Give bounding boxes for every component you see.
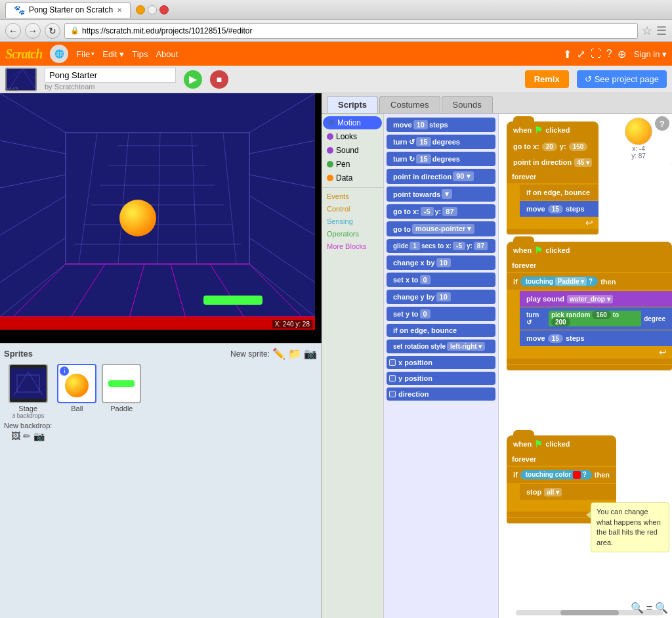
block-turn-ccw[interactable]: turn ↺ 15 degrees	[387, 135, 495, 149]
help-button[interactable]: ?	[655, 116, 669, 131]
block-x-position[interactable]: x position	[387, 356, 495, 369]
stage-canvas[interactable]: X: 240 y: 28	[0, 93, 315, 330]
block-direction[interactable]: direction	[387, 387, 495, 401]
see-project-btn[interactable]: ↺ See project page	[577, 70, 667, 88]
hat-label-1[interactable]: when ⚑ clicked	[507, 121, 598, 139]
block-change-y[interactable]: change y by 10	[387, 290, 495, 304]
tab-sounds[interactable]: Sounds	[442, 96, 493, 113]
block-set-y[interactable]: set y to 0	[387, 307, 495, 321]
hat-label-2[interactable]: when ⚑ clicked	[507, 242, 672, 259]
tab-costumes[interactable]: Costumes	[379, 96, 440, 113]
block-y-position[interactable]: y position	[387, 372, 495, 385]
hat-block-2[interactable]: when ⚑ clicked	[507, 242, 672, 259]
forward-btn[interactable]: →	[25, 23, 41, 39]
editor-tabs: Scripts Costumes Sounds	[322, 93, 672, 114]
block-change-x[interactable]: change x by 10	[387, 255, 495, 270]
nav-tips[interactable]: Tips	[132, 49, 148, 59]
green-flag-btn[interactable]: ▶	[184, 70, 202, 89]
category-sound[interactable]: Sound	[322, 144, 383, 157]
address-bar[interactable]: 🔒 https://scratch.mit.edu/projects/10128…	[64, 23, 638, 39]
stop-all-block[interactable]: stop all ▾	[520, 484, 616, 500]
close-btn[interactable]	[159, 5, 169, 14]
category-data[interactable]: Data	[322, 171, 383, 185]
svg-rect-40	[0, 317, 315, 330]
category-more-blocks[interactable]: More Blocks	[322, 240, 383, 252]
sprite-item-paddle[interactable]: Paddle	[102, 364, 141, 441]
hat-block-3[interactable]: when ⚑ clicked	[507, 435, 616, 452]
new-sprite-area: New sprite: ✏️ 📁 📷	[230, 347, 317, 360]
upload-sprite-icon[interactable]: 📁	[288, 347, 301, 360]
edge-bounce-block[interactable]: if on edge, bounce	[520, 185, 598, 200]
browser-tab[interactable]: 🐾 Pong Starter on Scratch ✕	[5, 2, 131, 18]
block-point-towards[interactable]: point towards ▾	[387, 187, 495, 202]
block-glide[interactable]: glide 1 secs to x: -5 y: 87	[387, 239, 495, 253]
x-pos-checkbox[interactable]	[389, 359, 396, 366]
category-looks[interactable]: Looks	[322, 130, 383, 143]
block-point-direction[interactable]: point in direction 90 ▾	[387, 169, 495, 184]
dir-checkbox[interactable]	[389, 391, 396, 397]
category-motion[interactable]: Motion	[323, 116, 382, 129]
refresh-btn[interactable]: ↻	[45, 23, 60, 39]
forever-arrow-1: ↩	[520, 217, 598, 228]
hat-block-1[interactable]: when ⚑ clicked	[507, 121, 598, 139]
upload-backdrop-icon[interactable]: ✏	[23, 431, 31, 441]
camera-backdrop-icon[interactable]: 📷	[33, 431, 45, 441]
tab-scripts[interactable]: Scripts	[327, 96, 378, 113]
turn-random-block[interactable]: turn ↺ pick random 160 to 200 degree	[520, 307, 672, 330]
zoom-out-icon[interactable]: 🔍	[655, 602, 668, 614]
sprite-item-ball[interactable]: i Ball	[57, 364, 96, 441]
project-name-input[interactable]	[45, 68, 176, 83]
move15-block-2[interactable]: move 15 steps	[520, 330, 672, 346]
paint-backdrop-icon[interactable]: 🖼	[11, 431, 20, 441]
category-events[interactable]: Events	[322, 190, 383, 202]
back-btn[interactable]: ←	[5, 23, 21, 39]
zoom-in-icon[interactable]: 🔍	[631, 602, 644, 614]
remix-btn[interactable]: Remix	[525, 70, 569, 88]
goto-xy-block[interactable]: go to x: 20 y: 150	[507, 139, 598, 154]
block-turn-cw[interactable]: turn ↻ 15 degrees	[387, 152, 495, 166]
hat-label-3[interactable]: when ⚑ clicked	[507, 435, 616, 452]
block-if-on-edge[interactable]: if on edge, bounce	[387, 324, 495, 337]
sprite-item-stage[interactable]: Stage 3 backdrops New backdrop: 🖼 ✏ 📷	[4, 364, 52, 441]
block-goto-mousepointer[interactable]: go to mouse-pointer ▾	[387, 221, 495, 236]
maximize-btn[interactable]	[148, 5, 157, 14]
point-dir-block[interactable]: point in direction 45 ▾	[507, 154, 598, 170]
script-workspace[interactable]: x: -4 y: 87 ? when ⚑ clicked go to	[499, 114, 672, 618]
play-sound-block[interactable]: play sound water_drop ▾	[520, 291, 672, 307]
category-pen[interactable]: Pen	[322, 158, 383, 171]
upload-icon[interactable]: ⬆	[563, 48, 572, 60]
zoom-reset-icon[interactable]: =	[646, 602, 652, 614]
category-control[interactable]: Control	[322, 203, 383, 215]
block-move-steps[interactable]: move 10 steps	[387, 118, 495, 132]
nav-file[interactable]: File ▾	[76, 49, 94, 59]
workspace-scrollbar-thumb[interactable]	[560, 610, 620, 615]
move15-block-1[interactable]: move 15 steps	[520, 201, 598, 217]
block-rotation-style[interactable]: set rotation style left-right ▾	[387, 340, 495, 353]
y-pos-checkbox[interactable]	[389, 375, 396, 382]
globe-icon[interactable]: 🌐	[50, 45, 68, 63]
sprites-label: Sprites	[4, 349, 33, 359]
if-touching-paddle[interactable]: if touching Paddle ▾ ? then play sound w…	[507, 273, 672, 364]
category-operators[interactable]: Operators	[322, 228, 383, 240]
menu-btn[interactable]: ☰	[656, 24, 667, 38]
minimize-btn[interactable]	[136, 5, 145, 14]
coord-x: x: -4	[632, 145, 644, 152]
tab-close[interactable]: ✕	[117, 7, 122, 14]
category-sensing[interactable]: Sensing	[322, 215, 383, 227]
nav-about[interactable]: About	[156, 49, 178, 59]
project-info: by Scratchteam	[45, 68, 176, 91]
present-icon[interactable]: ⛶	[591, 48, 601, 60]
help-icon[interactable]: ?	[606, 48, 612, 60]
stop-btn[interactable]: ■	[210, 70, 228, 89]
block-set-x[interactable]: set x to 0	[387, 273, 495, 287]
sign-in-btn[interactable]: Sign in ▾	[634, 49, 667, 59]
forever-block-2[interactable]: forever if touching Paddle ▾ ? then play…	[507, 259, 672, 370]
camera-sprite-icon[interactable]: 📷	[304, 347, 317, 360]
nav-edit[interactable]: Edit ▾	[102, 49, 124, 59]
forever-block-1[interactable]: forever if on edge, bounce move 15 steps…	[507, 170, 598, 234]
version-label: v443	[5, 86, 18, 93]
fullscreen-expand-icon[interactable]: ⤢	[577, 48, 585, 60]
paint-sprite-icon[interactable]: ✏️	[272, 347, 285, 360]
block-goto-xy[interactable]: go to x: -5 y: 87	[387, 204, 495, 219]
bookmark-btn[interactable]: ☆	[642, 24, 652, 38]
